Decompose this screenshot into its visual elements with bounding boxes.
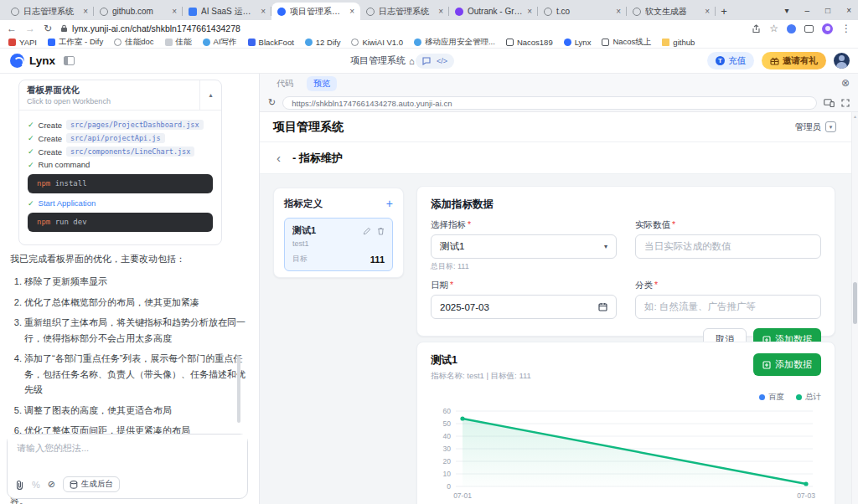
forward-icon[interactable]: → bbox=[25, 23, 35, 34]
bookmark[interactable]: 佳能doc bbox=[114, 37, 153, 48]
sidebar-toggle-icon[interactable] bbox=[64, 56, 75, 65]
edit-icon[interactable] bbox=[363, 227, 371, 235]
project-selector[interactable]: 项目管理系统 ⌂ ▾ bbox=[350, 54, 421, 67]
window-close-icon[interactable]: × bbox=[846, 6, 851, 15]
tab-close-icon[interactable]: × bbox=[172, 7, 177, 16]
generate-backend-button[interactable]: 生成后台 bbox=[63, 476, 120, 492]
metric-select[interactable]: 测试1▾ bbox=[431, 234, 617, 259]
coin-icon: T bbox=[716, 56, 725, 65]
browser-tab[interactable]: 日志管理系统× bbox=[5, 3, 94, 20]
chat-bubble-icon[interactable] bbox=[422, 57, 431, 65]
tab-preview[interactable]: 预览 bbox=[307, 76, 337, 91]
window-minimize-icon[interactable]: – bbox=[805, 6, 810, 15]
browser-tab[interactable]: t.co× bbox=[538, 3, 627, 20]
form-title: 添加指标数据 bbox=[431, 198, 821, 212]
actual-value-input[interactable]: 当日实际达成的数值 bbox=[635, 234, 821, 259]
browser-tab-active[interactable]: 项目管理系统 - Lynx-智× bbox=[271, 3, 360, 20]
delete-icon[interactable] bbox=[377, 227, 385, 235]
bookmark[interactable]: Nacos189 bbox=[506, 38, 553, 47]
extension-icon[interactable] bbox=[787, 24, 796, 33]
bookmark[interactable]: YAPI bbox=[8, 38, 37, 47]
legend-item[interactable]: 百度 bbox=[759, 392, 784, 403]
chat-scrollbar-thumb[interactable] bbox=[237, 356, 240, 423]
back-arrow-icon[interactable]: ‹ bbox=[277, 151, 281, 165]
side-panel-icon[interactable] bbox=[804, 25, 814, 33]
attachment-icon[interactable] bbox=[15, 480, 24, 490]
metric-definition-card: 指标定义 + 测试1 test1 目标 111 bbox=[273, 188, 404, 278]
legend-item[interactable]: 总计 bbox=[796, 392, 821, 403]
preview-scrollbar[interactable]: ▲ bbox=[851, 112, 858, 504]
chat-input[interactable] bbox=[8, 435, 247, 471]
tab-close-icon[interactable]: × bbox=[349, 7, 354, 16]
file-chip[interactable]: src/pages/ProjectDashboard.jsx bbox=[66, 120, 204, 130]
browser-tab[interactable]: Outrank - Grow Organ× bbox=[449, 3, 538, 20]
mobile-security-favicon-icon bbox=[414, 39, 421, 46]
preview-reload-icon[interactable]: ↻ bbox=[268, 97, 276, 108]
bookmark[interactable]: 佳能 bbox=[165, 37, 192, 48]
browser-tab[interactable]: 日志管理系统× bbox=[360, 3, 449, 20]
start-application-link[interactable]: Start Application bbox=[39, 198, 96, 208]
new-tab-button[interactable]: + bbox=[716, 3, 732, 20]
bookmark[interactable]: Nacos线上 bbox=[602, 37, 651, 48]
user-avatar[interactable] bbox=[834, 53, 850, 69]
brand-logo[interactable]: Lynx bbox=[10, 54, 55, 68]
actual-value-label: 实际数值* bbox=[635, 219, 821, 231]
address-bar[interactable]: lynx.yunji-ai.cn/chat/shkbln174766143427… bbox=[60, 23, 743, 33]
window-maximize-icon[interactable]: □ bbox=[825, 6, 830, 15]
bookmark-star-icon[interactable]: ☆ bbox=[769, 23, 778, 34]
browser-profile-icon[interactable] bbox=[822, 23, 833, 34]
bookmark[interactable]: 工作室 - Dify bbox=[48, 37, 103, 48]
preview-scrollbar-thumb[interactable] bbox=[853, 282, 857, 324]
fullscreen-icon[interactable] bbox=[841, 99, 850, 107]
bookmark-folder[interactable]: github bbox=[662, 38, 695, 47]
reload-icon[interactable]: ↻ bbox=[44, 23, 52, 34]
file-chip[interactable]: src/components/LineChart.jsx bbox=[66, 147, 194, 157]
workbench-step: ✓Createsrc/api/projectApi.js bbox=[28, 133, 213, 143]
tab-close-icon[interactable]: × bbox=[527, 7, 532, 16]
percent-icon[interactable]: % bbox=[32, 480, 40, 490]
bookmark[interactable]: 移动应用安全管理... bbox=[414, 37, 495, 48]
chevron-down-icon: ▾ bbox=[825, 121, 836, 132]
close-preview-icon[interactable]: ⊗ bbox=[841, 77, 850, 89]
chart-add-data-button[interactable]: 添加数据 bbox=[753, 353, 821, 376]
tab-close-icon[interactable]: × bbox=[616, 7, 621, 16]
bookmark[interactable]: AI写作 bbox=[203, 37, 237, 48]
recharge-button[interactable]: T 充值 bbox=[707, 52, 754, 69]
category-input[interactable]: 如: 自然流量、广告推广等 bbox=[635, 295, 821, 319]
bookmark[interactable]: BlackFoot bbox=[248, 38, 294, 47]
svg-text:50: 50 bbox=[443, 419, 452, 428]
chart-subtitle: 指标名称: test1 | 目标值: 111 bbox=[431, 371, 531, 382]
check-icon: ✓ bbox=[28, 134, 34, 142]
tab-title: 项目管理系统 - Lynx-智 bbox=[290, 6, 345, 18]
nacos-favicon-icon bbox=[602, 39, 609, 46]
file-chip[interactable]: src/api/projectApi.js bbox=[66, 133, 164, 143]
metric-item[interactable]: 测试1 test1 目标 111 bbox=[284, 218, 393, 271]
add-metric-icon[interactable]: + bbox=[386, 197, 393, 210]
invite-button[interactable]: 邀请有礼 bbox=[762, 52, 826, 69]
preview-url-input[interactable]: https://shkbln1747661434278.auto.yunji-a… bbox=[282, 96, 817, 110]
tab-close-icon[interactable]: × bbox=[83, 7, 88, 16]
bookmark[interactable]: KiwiAI V1.0 bbox=[351, 38, 403, 47]
tab-code[interactable]: 代码 bbox=[270, 76, 300, 91]
tab-close-icon[interactable]: × bbox=[705, 7, 710, 16]
bookmark[interactable]: 12 Dify bbox=[305, 38, 341, 47]
browser-menu-icon[interactable]: ⋮ bbox=[841, 23, 851, 34]
back-icon[interactable]: ← bbox=[7, 23, 17, 34]
message-list-item: 优化了总体概览部分的布局，使其更加紧凑 bbox=[24, 295, 246, 310]
bookmark[interactable]: Lynx bbox=[564, 38, 592, 47]
tab-search-chevron-icon[interactable]: ▾ bbox=[785, 6, 789, 15]
date-input[interactable]: 2025-07-03 bbox=[431, 295, 617, 319]
share-icon[interactable] bbox=[752, 24, 761, 33]
browser-tab[interactable]: 软文生成器× bbox=[627, 3, 716, 20]
device-toggle-icon[interactable] bbox=[824, 99, 835, 107]
admin-dropdown[interactable]: 管理员 ▾ bbox=[795, 121, 837, 133]
block-icon[interactable]: ⊘ bbox=[48, 479, 55, 490]
svg-text:60: 60 bbox=[443, 407, 452, 415]
collapse-chevron-icon[interactable]: ▴ bbox=[199, 80, 221, 110]
browser-tab[interactable]: github.com× bbox=[94, 3, 183, 20]
code-mode-icon[interactable]: </> bbox=[437, 57, 447, 65]
workbench-header[interactable]: 看板界面优化 Click to open Workbench ▴ bbox=[19, 80, 221, 111]
tab-close-icon[interactable]: × bbox=[438, 7, 443, 16]
tab-close-icon[interactable]: × bbox=[261, 7, 266, 16]
browser-tab[interactable]: AI SaaS 运营看板系统× bbox=[183, 3, 271, 20]
